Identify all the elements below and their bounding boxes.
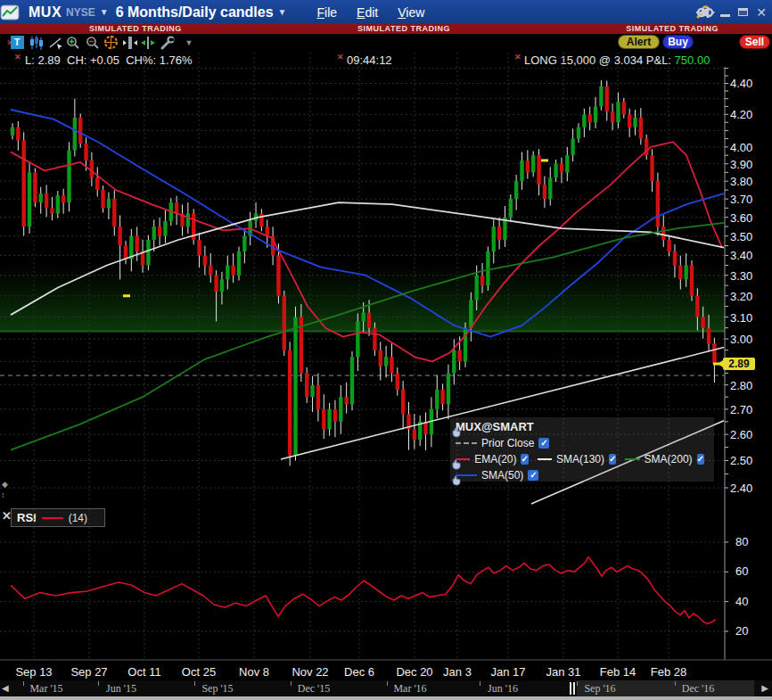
minimize-button[interactable] [720,7,730,17]
timeline-label: Jun '16 [488,682,518,696]
chart-type-tool[interactable] [29,35,45,50]
trade-marker [123,294,130,297]
date-tick-label: Dec 20 [396,665,432,679]
price-tick-label: 3.00 [730,333,769,346]
axis-resize-icon[interactable]: ◆ [2,480,8,489]
text-tool[interactable]: T [9,35,25,50]
menu-file[interactable]: File [317,5,338,20]
timeline-tick [194,681,195,686]
rsi-panel-svg[interactable] [0,506,772,661]
legend-item-label: EMA(20) [474,453,516,465]
timeline-handle[interactable] [568,680,576,696]
date-tick-label: Feb 14 [600,665,636,679]
rsi-tick-label: 60 [735,564,762,578]
rsi-tick-label: 80 [735,535,762,548]
legend-line-sample [538,458,552,460]
price-tick-label: 4.20 [730,108,769,121]
date-tick-label: Jan 3 [443,665,472,679]
pan-handle-icon[interactable]: ↕ [1,490,5,499]
legend-row: EMA(20)✓SMA(130)✓SMA(200)✓ [456,453,709,465]
buy-button[interactable]: Buy [662,35,694,49]
symbol-title: MUX [29,4,62,21]
price-tick-label: 2.70 [730,403,769,416]
price-tick-label: 2.60 [730,428,769,441]
legend-checkbox[interactable]: ✓ [528,470,538,481]
date-tick-label: Sep 13 [15,665,52,679]
date-tick-label: Sep 27 [70,665,107,679]
last-price-tag: 2.89 [723,358,755,370]
price-tick-label: 4.40 [730,77,769,90]
sell-button[interactable]: Sell [739,35,770,49]
alert-button[interactable]: Alert [618,35,660,49]
simulated-trading-banner: SIMULATED TRADINGSIMULATED TRADINGSIMULA… [0,24,772,34]
simulated-trading-text: SIMULATED TRADING [89,24,182,34]
chart-toolbar: Alert Buy Sell ✕T▼ [0,34,772,52]
price-tick-label: 2.50 [730,454,769,467]
chart-legend: MUX@SMART Prior Close✓ EMA(20)✓SMA(130)✓… [450,417,714,482]
vertical-line-tool[interactable] [123,35,139,50]
timeline-scrollbar[interactable]: ◀ ▶ Mar '15Jun '15Sep '15Dec '15Mar '16J… [0,680,772,696]
timeline-tick [291,681,292,686]
date-tick-label: Oct 11 [127,665,160,679]
date-tick-label: Jan 17 [490,665,525,679]
timeline-label: Mar '15 [29,682,62,696]
trade-marker [541,159,548,161]
app-chart-icon [4,4,23,21]
rsi-line [11,557,716,624]
restore-button[interactable] [738,8,748,16]
legend-line-sample [625,458,639,460]
legend-title: MUX@SMART [456,420,534,433]
trendline-tool[interactable] [49,35,65,50]
menu-view[interactable]: View [398,5,424,20]
window-bottom-edge [0,696,772,700]
price-tick-label: 3.10 [730,311,769,325]
settings-wrench-tool[interactable] [160,35,177,50]
timeline-label: Mar '16 [393,682,426,696]
legend-row: SMA(50)✓ [456,469,709,482]
legend-checkbox[interactable]: ✓ [521,454,528,465]
legend-checkbox[interactable]: ✓ [538,438,549,449]
timeline-tick [480,681,480,686]
scroll-right-icon[interactable]: ▶ [761,683,768,693]
close-button[interactable]: ✕ [756,6,767,19]
app-chart-icon-svg [0,4,20,21]
scroll-left-icon[interactable]: ◀ [2,683,9,693]
price-tick-label: 3.90 [730,158,769,171]
price-tick-label: 2.80 [730,379,769,392]
symbol-caret-icon[interactable]: ▼ [100,7,109,17]
menu-edit[interactable]: Edit [357,5,378,20]
timeline-tick [675,681,676,686]
timeline-label: Dec '16 [682,682,714,696]
legend-row: Prior Close✓ [456,437,709,449]
date-tick-label: Dec 6 [344,665,374,679]
crosshair-tool[interactable] [103,35,119,50]
timeline-tick [23,681,24,686]
window-titlebar: MUX NYSE ▼ 6 Months/Daily candles ▼ File… [0,0,772,24]
more-tools-caret[interactable]: ▼ [181,35,197,50]
menu-bar: FileEditView [317,5,425,20]
price-tick-label: 3.40 [730,249,769,262]
legend-line-sample [456,442,477,444]
timeline-label: Sep '15 [201,682,233,696]
trading-chart-window: MUX NYSE ▼ 6 Months/Daily candles ▼ File… [0,0,772,700]
legend-checkbox[interactable]: ✓ [697,454,704,465]
timeline-label: Sep '16 [584,682,615,696]
zoom-out-tool[interactable] [86,35,102,50]
legend-checkbox[interactable]: ✓ [609,454,616,465]
timeline-label: Dec '15 [298,682,330,696]
period-caret-icon[interactable]: ▼ [278,7,287,17]
period-title: 6 Months/Daily candles [116,4,274,21]
price-tick-label: 3.70 [730,193,769,206]
price-tick-label: 3.30 [730,269,769,283]
snap-tool[interactable] [141,35,157,50]
date-tick-label: Feb 28 [651,665,686,679]
timeline-tick [98,681,99,686]
ma-line-SMA200 [11,223,724,450]
timeline-tick [387,681,388,686]
timeline-tick [577,681,578,686]
date-tick-label: Nov 22 [292,665,328,679]
zoom-in-tool[interactable] [66,35,82,50]
date-tick-label: Nov 8 [239,665,269,679]
timeline-label: Jun '15 [106,682,136,696]
simulated-trading-text: SIMULATED TRADING [357,24,450,34]
